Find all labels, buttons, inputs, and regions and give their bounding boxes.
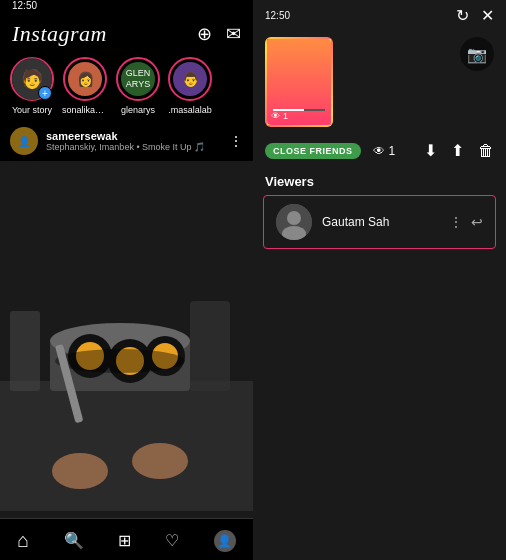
viewers-heading: Viewers [253,166,506,195]
story-thumbnails: 👁 1 📷 [253,29,506,135]
svg-point-13 [52,453,108,489]
post-subtitle: Stephanskiy, Imanbek • Smoke It Up 🎵 [46,142,221,152]
your-story-label: Your story [12,105,52,115]
svg-rect-1 [0,381,253,511]
eye-icon-inline: 👁 [373,144,385,158]
viewer-actions: ⋮ ↩ [449,214,483,230]
svg-rect-15 [190,301,230,391]
time-right: 12:50 [265,10,290,21]
stories-row: 🧑 + Your story 👩 sonalikapuri GLENARYS [0,51,253,121]
story-label-sonalikapuri: sonalikapuri [62,105,108,115]
story-label-masalalab: .masalalab [168,105,212,115]
add-story-badge: + [38,86,52,100]
story-item-masalalab[interactable]: 👨 .masalalab [168,57,212,115]
story-thumb-active[interactable]: 👁 1 [265,37,333,127]
cooking-svg [0,161,253,511]
post-info: sameersewak Stephanskiy, Imanbek • Smoke… [46,130,221,152]
story-ring-sonalikapuri: 👩 [63,57,107,101]
header-icons: ⊕ ✉ [197,23,241,45]
your-story-ring: 🧑 + [10,57,54,101]
viewer-name: Gautam Sah [322,215,439,229]
viewer-list-item: Gautam Sah ⋮ ↩ [263,195,496,249]
nav-profile[interactable]: 👤 [214,530,236,552]
story-thumb-inner: 👁 1 [267,39,331,125]
post-more-icon[interactable]: ⋮ [229,133,243,149]
story-avatar-masalalab: 👨 [171,60,209,98]
right-top-icons: ↻ ✕ [456,6,494,25]
profile-avatar-thumb: 👤 [214,530,236,552]
viewer-more-icon[interactable]: ⋮ [449,214,463,230]
svg-point-14 [132,443,188,479]
viewer-count-number: 1 [389,144,396,158]
camera-button[interactable]: 📷 [460,37,494,71]
viewer-avatar [276,204,312,240]
share-icon[interactable]: ⬆ [451,141,464,160]
story-item-sonalikapuri[interactable]: 👩 sonalikapuri [62,57,108,115]
instagram-feed-panel: 12:50 Instagram ⊕ ✉ 🧑 + Your story 👩 [0,0,253,560]
story-item-glenarys[interactable]: GLENARYS glenarys [116,57,160,115]
story-action-bar: CLOSE FRIENDS 👁 1 ⬇ ⬆ 🗑 [253,135,506,166]
thumb-viewer-count: 👁 1 [271,111,327,121]
nav-activity[interactable]: ♡ [165,531,179,550]
your-story-avatar: 🧑 + [12,58,52,100]
instagram-logo: Instagram [12,21,107,47]
refresh-icon[interactable]: ↻ [456,6,469,25]
close-friends-badge: CLOSE FRIENDS [265,143,361,159]
story-item-your[interactable]: 🧑 + Your story [10,57,54,115]
camera-icon: 📷 [467,45,487,64]
post-avatar: 👤 [10,127,38,155]
nav-home[interactable]: ⌂ [17,529,29,552]
svg-point-18 [287,211,301,225]
story-ring-masalalab: 👨 [168,57,212,101]
story-viewer-panel: 12:50 ↻ ✕ 👁 1 📷 CLOSE FRIENDS [253,0,506,560]
messenger-icon[interactable]: ✉ [226,23,241,45]
thumb-count: 1 [283,111,288,121]
eye-icon: 👁 [271,111,280,121]
post-header: 👤 sameersewak Stephanskiy, Imanbek • Smo… [0,121,253,161]
time-left: 12:50 [12,0,37,11]
svg-rect-16 [10,311,40,391]
delete-icon[interactable]: 🗑 [478,142,494,160]
viewer-reply-icon[interactable]: ↩ [471,214,483,230]
story-avatar-sonalikapuri: 👩 [66,60,104,98]
post-username[interactable]: sameersewak [46,130,221,142]
story-ring-glenarys: GLENARYS [116,57,160,101]
story-label-glenarys: glenarys [121,105,155,115]
viewer-count-inline: 👁 1 [373,144,396,158]
add-post-icon[interactable]: ⊕ [197,23,212,45]
svg-point-11 [55,349,185,373]
close-story-icon[interactable]: ✕ [481,6,494,25]
status-bar-right: 12:50 ↻ ✕ [253,0,506,29]
bottom-nav: ⌂ 🔍 ⊞ ♡ 👤 [0,518,253,560]
feed-header: Instagram ⊕ ✉ [0,13,253,51]
nav-reels[interactable]: ⊞ [118,531,131,550]
story-action-icons: ⬇ ⬆ 🗑 [424,141,494,160]
status-bar-left: 12:50 [0,0,253,13]
story-avatar-glenarys: GLENARYS [119,60,157,98]
nav-search[interactable]: 🔍 [64,531,84,550]
post-image [0,161,253,518]
download-icon[interactable]: ⬇ [424,141,437,160]
viewer-avatar-svg [276,204,312,240]
cooking-scene [0,161,253,518]
